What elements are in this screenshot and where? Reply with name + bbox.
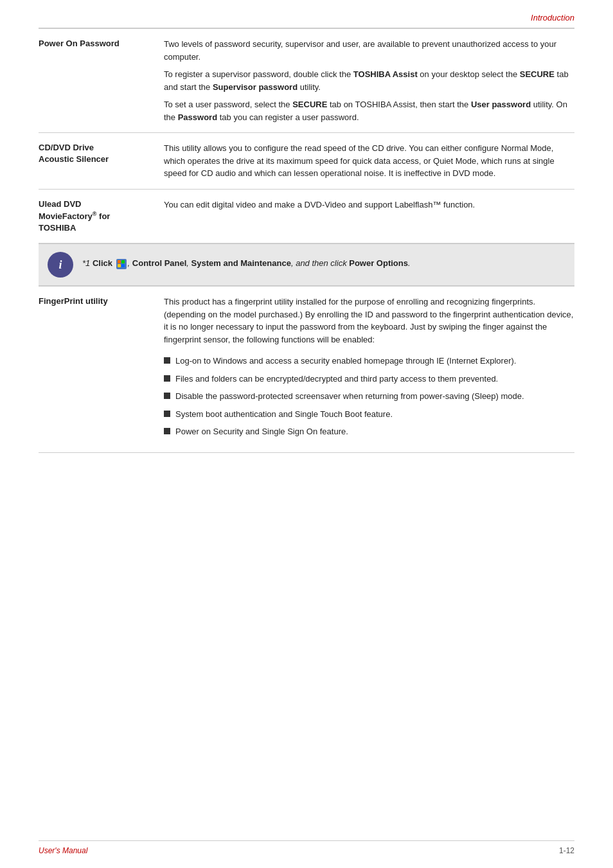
row-label-cddvd: CD/DVD DriveAcoustic Silencer — [39, 133, 157, 190]
table-row: Power On Password Two levels of password… — [39, 29, 574, 133]
page-footer: User's Manual 1-12 — [39, 840, 574, 855]
page-header: Introduction — [39, 13, 574, 28]
bullet-icon — [164, 428, 170, 434]
bullet-icon — [164, 393, 170, 399]
row-label-power-on-password: Power On Password — [39, 29, 157, 133]
bullet-icon — [164, 375, 170, 382]
row-content-ulead: You can edit digital video and make a DV… — [157, 189, 574, 244]
fingerprint-bullet-list: Log-on to Windows and access a security … — [164, 351, 574, 438]
footer-left: User's Manual — [39, 846, 87, 855]
row-content-power-on-password: Two levels of password security, supervi… — [157, 29, 574, 133]
windows-start-icon — [116, 259, 127, 269]
info-icon: i — [48, 252, 73, 278]
footer-right: 1-12 — [559, 846, 574, 855]
table-row-fingerprint: FingerPrint utility This product has a f… — [39, 287, 574, 453]
row-label-fingerprint: FingerPrint utility — [39, 287, 157, 453]
note-text: *1 Click , Control Panel, System and Mai… — [82, 252, 411, 270]
note-box: i *1 Click , Control Panel, System and M… — [39, 244, 574, 286]
table-row: CD/DVD DriveAcoustic Silencer This utili… — [39, 133, 574, 190]
list-item: Disable the password-protected screensav… — [164, 390, 574, 403]
list-item: Files and folders can be encrypted/decry… — [164, 373, 574, 385]
fingerprint-intro: This product has a fingerprint utility i… — [164, 296, 574, 346]
header-title: Introduction — [531, 13, 574, 22]
table-row: Ulead DVDMovieFactory® forTOSHIBA You ca… — [39, 189, 574, 244]
list-item: System boot authentication and Single To… — [164, 408, 574, 421]
row-content-cddvd: This utility allows you to configure the… — [157, 133, 574, 190]
fingerprint-table: FingerPrint utility This product has a f… — [39, 286, 574, 453]
list-item: Log-on to Windows and access a security … — [164, 355, 574, 368]
bullet-icon — [164, 357, 170, 364]
content-table: Power On Password Two levels of password… — [39, 28, 574, 244]
row-label-ulead: Ulead DVDMovieFactory® forTOSHIBA — [39, 189, 157, 244]
row-content-fingerprint: This product has a fingerprint utility i… — [157, 287, 574, 453]
bullet-icon — [164, 411, 170, 417]
list-item: Power on Security and Single Sign On fea… — [164, 425, 574, 438]
